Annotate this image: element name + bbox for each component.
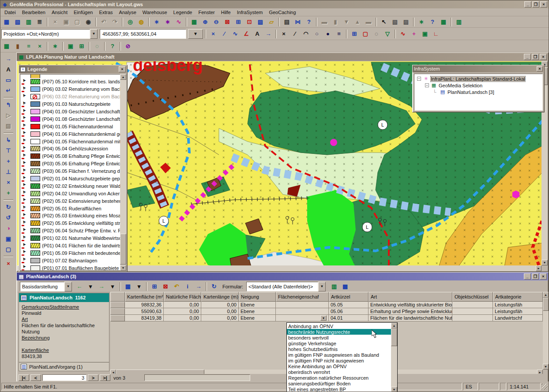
review-queue-icon[interactable]: ◎ bbox=[125, 17, 135, 27]
view-style-combo[interactable]: Basisdarstellung▼ bbox=[20, 282, 72, 291]
data-maximize-button[interactable]: ❐ bbox=[532, 273, 539, 280]
export-records-icon[interactable]: → bbox=[193, 282, 204, 291]
tree-item[interactable]: −▦GeoMedia Selektion bbox=[415, 82, 541, 89]
maximize-button[interactable]: ❐ bbox=[532, 1, 539, 7]
rotate-cw-icon[interactable]: ↻ bbox=[3, 202, 14, 212]
projection-combo[interactable]: Projektion +Ost;+Nord(m) ▼ bbox=[1, 29, 98, 39]
overview-window-icon[interactable]: ⊡ bbox=[244, 17, 255, 27]
table-cell[interactable]: Leistungsfäh bbox=[493, 302, 543, 308]
legend-item[interactable]: (P07) 05.10 Korridore mit bes. landscl bbox=[20, 78, 120, 86]
delete-vertex-icon[interactable]: × bbox=[278, 29, 289, 39]
table-cell[interactable]: 55090,63 bbox=[125, 308, 164, 315]
record-info-icon[interactable]: i bbox=[182, 282, 193, 291]
close-button[interactable]: × bbox=[540, 1, 547, 7]
nav-first-button[interactable]: |< bbox=[19, 374, 29, 381]
table-cell[interactable]: 0,00 bbox=[201, 308, 239, 315]
form-view-icon[interactable]: ▥ bbox=[329, 282, 339, 291]
column-header-Artkürzel[interactable]: Artkürzel bbox=[329, 292, 369, 302]
table-cell[interactable] bbox=[452, 315, 493, 321]
column-header-Natürliche Fläche ([interactable]: Natürliche Fläche ( bbox=[164, 292, 201, 302]
insert-interactive-label-icon[interactable]: ? bbox=[427, 17, 438, 27]
table-row[interactable]: 83419,380,000,00Ebene▼04.01Flächen für d… bbox=[110, 315, 543, 321]
field-label[interactable]: Art bbox=[22, 316, 106, 322]
dropdown-scrollbar[interactable]: ▲ ▼ bbox=[391, 323, 397, 392]
column-header-Kartenlänge (m)[interactable]: Kartenlänge (m) bbox=[201, 292, 239, 302]
field-label[interactable]: Kartenfläche bbox=[22, 347, 106, 353]
tree-edit-icon[interactable]: ≡ bbox=[23, 41, 34, 51]
field-label[interactable]: Bezeichnung bbox=[22, 335, 106, 341]
place-line-icon[interactable]: ∕ bbox=[219, 29, 229, 39]
legend-item[interactable]: (P06) 03.02 Renaturierung vom Bachl bbox=[20, 86, 120, 93]
revert-record-icon[interactable]: ↶ bbox=[171, 282, 182, 291]
new-geoworkspace-icon[interactable]: ▦ bbox=[1, 17, 12, 27]
new-data-window-icon[interactable]: ▤ bbox=[282, 17, 292, 27]
select-pointer-icon[interactable]: ↖ bbox=[379, 17, 389, 27]
table-cell[interactable]: 05.06 bbox=[329, 308, 369, 315]
resize-grip[interactable] bbox=[541, 384, 548, 390]
legend-item[interactable]: (P01) 04.01 Flächen für die landwirts bbox=[20, 242, 120, 250]
curve-edit-icon[interactable]: ∿ bbox=[398, 29, 408, 39]
legend-titlebar[interactable]: ≡ Legende × bbox=[19, 65, 127, 73]
dropdown-item[interactable]: günstige Verkehrslage bbox=[287, 340, 391, 346]
zoom-in-icon[interactable]: ⊕ bbox=[200, 17, 211, 27]
place-polyline-icon[interactable]: ∿ bbox=[230, 29, 241, 39]
dropdown-item[interactable]: sanierungsbedürftiger Boden bbox=[287, 381, 391, 386]
select-by-polygon-icon[interactable]: ▨ bbox=[401, 17, 411, 27]
legend-vscrollbar[interactable]: ▲ ▼ bbox=[120, 74, 126, 271]
new-table-icon[interactable]: ▦ bbox=[1, 41, 12, 51]
legend-item[interactable]: (P04) 05.04 Gehölzsukzession bbox=[20, 145, 120, 153]
legend-item[interactable]: (P04) 01.05 Flächennaturdenmal mit R bbox=[20, 138, 120, 145]
data-close-button[interactable]: × bbox=[540, 273, 547, 280]
dropdown-item[interactable]: oberirdisch verrohrt bbox=[287, 369, 391, 375]
map-close-button[interactable]: × bbox=[540, 54, 547, 60]
table-cell[interactable] bbox=[452, 308, 493, 315]
table-cell[interactable] bbox=[276, 302, 329, 308]
edit-query-icon[interactable]: ∗ bbox=[162, 17, 173, 27]
record-back-icon[interactable]: ← bbox=[74, 282, 85, 291]
move-endpoint-icon[interactable]: → bbox=[3, 54, 14, 64]
stop-query-icon[interactable]: ⊘ bbox=[123, 41, 133, 51]
dot-tool-icon[interactable]: ● bbox=[323, 29, 333, 39]
table-cell[interactable]: Entwicklung vielfältig strukturierter Bi… bbox=[369, 302, 452, 308]
formular-drop-icon[interactable]: ▼ bbox=[318, 282, 326, 291]
main-titlebar[interactable]: ◈ GeoMedia Professional - Landschaftspla… bbox=[0, 0, 549, 8]
redigitize-icon[interactable]: ↰ bbox=[3, 100, 14, 110]
legend-item[interactable]: (P02) 05.03 Entwicklung eines Mosaik bbox=[20, 212, 120, 220]
spatial-join-icon[interactable]: ⋈ bbox=[293, 17, 303, 27]
open-geoworkspace-icon[interactable]: ▧ bbox=[12, 17, 23, 27]
layout-window-icon[interactable]: ▱ bbox=[266, 17, 277, 27]
legend-item[interactable]: (P03) 05.06 Erhaltung Pflege Entwickl bbox=[20, 160, 120, 168]
legend-item[interactable]: (P02) 04.02 Umwandlung von Acker i bbox=[20, 190, 120, 197]
legend-item[interactable]: (P06) 03.02 Renaturierung vom Bachl bbox=[20, 93, 120, 101]
nav-last-button[interactable]: >| bbox=[100, 374, 110, 381]
menu-item-legende[interactable]: Legende bbox=[170, 9, 196, 16]
grid-snap-icon[interactable]: ⊞ bbox=[349, 29, 360, 39]
table-cell[interactable]: Flächen für die landwirtschaftliche Nutz… bbox=[369, 315, 452, 321]
table-cell[interactable] bbox=[276, 308, 329, 315]
delete-feature-icon[interactable]: × bbox=[3, 258, 14, 269]
tee-join-icon[interactable]: ⊤ bbox=[3, 146, 14, 156]
trim-tool-icon[interactable]: ∟ bbox=[431, 29, 441, 39]
parallel-tool-icon[interactable]: ≡ bbox=[334, 29, 344, 39]
coordinate-drop-button[interactable]: ▼ bbox=[188, 29, 203, 39]
legend-item[interactable]: (P05) 01.03 Naturschutzgebiete bbox=[20, 101, 120, 108]
table-row[interactable]: 55090,630,000,00Ebene05.06Erhaltung und … bbox=[110, 308, 543, 315]
menu-item-hilfe[interactable]: Hilfe bbox=[218, 9, 234, 16]
menu-item-analyse[interactable]: Analyse bbox=[116, 9, 139, 16]
break-geometry-icon[interactable]: × bbox=[208, 29, 218, 39]
menu-item-infrasystem[interactable]: InfraSystem bbox=[234, 9, 266, 16]
end-feature-icon[interactable]: → bbox=[263, 29, 274, 39]
tee-split-icon[interactable]: ⊥ bbox=[3, 167, 14, 177]
legend-item[interactable]: (P02) 05.02 Extensivierung bestehend bbox=[20, 197, 120, 205]
form-design-icon[interactable]: ▩ bbox=[340, 282, 350, 291]
corner-edit-icon[interactable]: ↳ bbox=[3, 135, 14, 145]
table-row[interactable]: 98832,360,000,00Ebene05.05Entwicklung vi… bbox=[110, 302, 543, 308]
data-window-titlebar[interactable]: ▤ PlanNaturLandsch (3) _ ❐ × bbox=[17, 273, 548, 280]
edit-map-icon[interactable]: ▣ bbox=[420, 29, 430, 39]
legend-properties-icon[interactable]: ▥ bbox=[454, 17, 464, 27]
select-by-rectangle-icon[interactable]: ▧ bbox=[390, 17, 400, 27]
freeform-select-icon[interactable]: ◌ bbox=[371, 29, 382, 39]
table-cell[interactable] bbox=[452, 302, 493, 308]
legend-item[interactable]: (P01) 07.02 Bahnanlagen bbox=[20, 257, 120, 264]
table-cell[interactable] bbox=[110, 308, 125, 315]
